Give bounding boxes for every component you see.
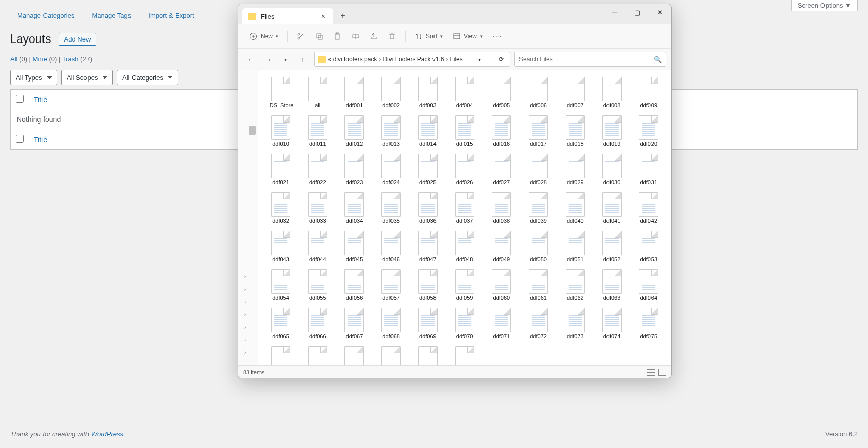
add-new-button[interactable]: Add New bbox=[59, 33, 97, 46]
file-item[interactable]: ddf010 bbox=[263, 113, 299, 149]
file-item[interactable]: ddf032 bbox=[263, 190, 299, 226]
file-item[interactable]: all bbox=[299, 75, 336, 110]
file-item[interactable]: ddf005 bbox=[483, 75, 519, 110]
chevron-right-icon[interactable]: › bbox=[244, 287, 246, 292]
file-item[interactable]: ddf075 bbox=[630, 306, 667, 341]
search-input[interactable] bbox=[519, 56, 654, 63]
file-item[interactable]: ddf044 bbox=[299, 229, 336, 264]
file-item[interactable]: ddf002 bbox=[373, 75, 409, 110]
file-item[interactable]: ddf062 bbox=[557, 267, 593, 303]
file-item[interactable]: ddf066 bbox=[299, 306, 336, 341]
recent-locations-button[interactable]: ▾ bbox=[278, 52, 293, 67]
file-item[interactable]: ddf081 bbox=[447, 344, 483, 365]
file-item[interactable]: ddf004 bbox=[447, 75, 483, 110]
file-item[interactable]: ddf019 bbox=[594, 113, 630, 149]
file-item[interactable]: ddf033 bbox=[299, 190, 336, 226]
file-item[interactable]: ddf015 bbox=[447, 113, 483, 149]
file-grid[interactable]: .DS_Storeallddf001ddf002ddf003ddf004ddf0… bbox=[258, 70, 671, 365]
file-item[interactable]: ddf040 bbox=[557, 190, 593, 226]
sidebar-scrollbar[interactable] bbox=[250, 70, 257, 365]
file-item[interactable]: ddf027 bbox=[483, 152, 519, 187]
file-item[interactable]: ddf020 bbox=[630, 113, 667, 149]
file-item[interactable]: ddf068 bbox=[373, 306, 409, 341]
view-button[interactable]: View ▾ bbox=[449, 29, 487, 44]
file-item[interactable]: ddf059 bbox=[447, 267, 483, 303]
file-item[interactable]: ddf047 bbox=[410, 229, 446, 264]
file-item[interactable]: ddf072 bbox=[520, 306, 556, 341]
file-item[interactable]: ddf023 bbox=[336, 152, 372, 187]
file-item[interactable]: ddf011 bbox=[299, 113, 336, 149]
copy-button[interactable] bbox=[311, 29, 327, 44]
filter-scopes-select[interactable]: All Scopes bbox=[61, 70, 113, 85]
filter-types-select[interactable]: All Types bbox=[10, 70, 57, 85]
col-title-footer[interactable]: Title bbox=[34, 136, 47, 144]
chevron-right-icon[interactable]: › bbox=[244, 337, 246, 343]
file-item[interactable]: ddf024 bbox=[373, 152, 409, 187]
tab-manage-categories[interactable]: Manage Categories bbox=[10, 8, 81, 23]
filter-categories-select[interactable]: All Categories bbox=[117, 70, 178, 85]
breadcrumb-item[interactable]: Files bbox=[450, 56, 462, 63]
search-icon[interactable]: 🔍 bbox=[654, 56, 662, 63]
file-item[interactable]: ddf070 bbox=[447, 306, 483, 341]
file-item[interactable]: ddf065 bbox=[263, 306, 299, 341]
file-item[interactable]: ddf077 bbox=[299, 344, 336, 365]
explorer-sidebar[interactable]: › › › › › › › bbox=[238, 70, 258, 365]
file-item[interactable]: ddf053 bbox=[630, 229, 667, 264]
file-item[interactable]: ddf064 bbox=[630, 267, 667, 303]
file-item[interactable]: ddf046 bbox=[373, 229, 409, 264]
delete-button[interactable] bbox=[384, 29, 400, 44]
rename-button[interactable] bbox=[348, 29, 364, 44]
file-item[interactable]: ddf056 bbox=[336, 267, 372, 303]
more-button[interactable]: ··· bbox=[489, 29, 506, 44]
maximize-button[interactable]: ▢ bbox=[626, 4, 648, 20]
file-item[interactable]: ddf003 bbox=[410, 75, 446, 110]
window-titlebar[interactable]: Files × + ─ ▢ ✕ bbox=[238, 4, 671, 24]
up-button[interactable]: ↑ bbox=[295, 52, 310, 67]
file-item[interactable]: ddf036 bbox=[410, 190, 446, 226]
file-item[interactable]: ddf054 bbox=[263, 267, 299, 303]
search-box[interactable]: 🔍 bbox=[514, 52, 666, 67]
chevron-right-icon[interactable]: › bbox=[244, 324, 246, 330]
filter-all-link[interactable]: All bbox=[10, 55, 17, 63]
wordpress-link[interactable]: WordPress bbox=[91, 430, 123, 438]
chevron-right-icon[interactable]: › bbox=[244, 299, 246, 305]
refresh-icon[interactable]: ⟳ bbox=[496, 56, 507, 63]
file-item[interactable]: ddf001 bbox=[336, 75, 372, 110]
file-item[interactable]: ddf012 bbox=[336, 113, 372, 149]
file-item[interactable]: ddf079 bbox=[373, 344, 409, 365]
close-tab-icon[interactable]: × bbox=[319, 12, 327, 20]
explorer-tab[interactable]: Files × bbox=[242, 8, 333, 24]
file-item[interactable]: ddf017 bbox=[520, 113, 556, 149]
file-item[interactable]: ddf050 bbox=[520, 229, 556, 264]
file-item[interactable]: ddf078 bbox=[336, 344, 372, 365]
file-item[interactable]: ddf038 bbox=[483, 190, 519, 226]
chevron-right-icon[interactable]: › bbox=[244, 274, 246, 279]
forward-button[interactable]: → bbox=[261, 52, 276, 67]
paste-button[interactable] bbox=[329, 29, 345, 44]
select-all-checkbox[interactable] bbox=[16, 95, 24, 103]
breadcrumb-item[interactable]: divi footers pack bbox=[333, 56, 377, 63]
file-item[interactable]: ddf049 bbox=[483, 229, 519, 264]
file-item[interactable]: ddf029 bbox=[557, 152, 593, 187]
file-item[interactable]: ddf039 bbox=[520, 190, 556, 226]
minimize-button[interactable]: ─ bbox=[603, 4, 626, 20]
file-item[interactable]: ddf076 bbox=[263, 344, 299, 365]
new-button[interactable]: New ▾ bbox=[245, 29, 282, 44]
file-item[interactable]: ddf028 bbox=[520, 152, 556, 187]
file-item[interactable]: ddf069 bbox=[410, 306, 446, 341]
file-item[interactable]: ddf073 bbox=[557, 306, 593, 341]
file-item[interactable]: ddf067 bbox=[336, 306, 372, 341]
filter-trash-link[interactable]: Trash bbox=[62, 55, 79, 63]
file-item[interactable]: ddf007 bbox=[557, 75, 593, 110]
thumbnails-view-button[interactable] bbox=[658, 369, 666, 376]
file-item[interactable]: ddf022 bbox=[299, 152, 336, 187]
file-item[interactable]: ddf052 bbox=[594, 229, 630, 264]
file-item[interactable]: ddf030 bbox=[594, 152, 630, 187]
file-item[interactable]: ddf057 bbox=[373, 267, 409, 303]
breadcrumb-overflow[interactable]: « bbox=[328, 56, 331, 63]
file-item[interactable]: ddf048 bbox=[447, 229, 483, 264]
tab-import-export[interactable]: Import & Export bbox=[141, 8, 201, 23]
file-item[interactable]: ddf043 bbox=[263, 229, 299, 264]
file-item[interactable]: ddf080 bbox=[410, 344, 446, 365]
file-item[interactable]: ddf061 bbox=[520, 267, 556, 303]
